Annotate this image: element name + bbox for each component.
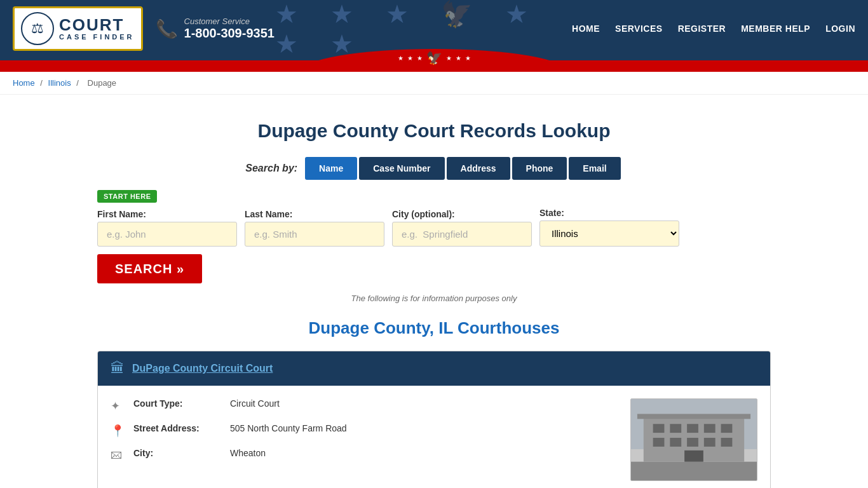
tab-name[interactable]: Name [305,157,357,180]
info-note: The following is for information purpose… [97,294,771,303]
city-input[interactable] [392,222,532,247]
last-name-input[interactable] [245,222,384,247]
breadcrumb-sep-1: / [40,78,44,88]
svg-rect-10 [670,438,681,447]
address-icon: 📍 [111,424,126,438]
court-type-label: Court Type: [133,398,222,409]
logo-case-finder-label: CASE FINDER [59,33,135,41]
nav-register[interactable]: REGISTER [678,24,726,34]
tab-case-number[interactable]: Case Number [359,157,444,180]
header-left: ⚖ COURT CASE FINDER 📞 Customer Service 1… [13,6,275,51]
courthouse-card: 🏛 DuPage County Circuit Court ✦ Court Ty… [97,351,771,488]
court-type-value: Circuit Court [230,398,280,409]
svg-rect-11 [687,438,698,447]
arch-bar: ★ ★ ★ 🦅 ★ ★ ★ [0,60,868,72]
last-name-label: Last Name: [245,209,384,219]
search-form: First Name: Last Name: City (optional): … [97,208,771,283]
breadcrumb-sep-2: / [76,78,81,88]
logo-emblem: ⚖ [21,12,54,45]
city-row: 🖂 City: Wheaton [111,448,618,462]
cs-phone: 1-800-309-9351 [184,26,275,41]
state-label: State: [539,208,679,218]
city-group: City (optional): [392,209,532,247]
city-icon: 🖂 [111,449,126,462]
breadcrumb-illinois[interactable]: Illinois [48,78,71,88]
courthouses-title: Dupage County, IL Courthouses [97,318,771,338]
svg-rect-2 [631,462,757,481]
courthouse-header: 🏛 DuPage County Circuit Court [98,351,770,386]
main-content: Dupage County Court Records Lookup Searc… [85,95,783,488]
first-name-group: First Name: [97,209,237,247]
address-value: 505 North County Farm Road [230,423,347,433]
svg-rect-9 [653,438,665,447]
state-select[interactable]: AlabamaAlaskaArizona ArkansasCaliforniaC… [539,220,679,247]
first-name-input[interactable] [97,222,237,247]
page-title: Dupage County Court Records Lookup [97,120,771,142]
state-group: State: AlabamaAlaskaArizona ArkansasCali… [539,208,679,247]
courthouse-icon: 🏛 [111,360,125,377]
address-label: Street Address: [133,423,222,433]
nav-home[interactable]: HOME [572,24,600,34]
breadcrumb-dupage: Dupage [88,78,117,88]
city-value: Wheaton [230,448,266,458]
nav-services[interactable]: SERVICES [615,24,663,34]
tab-phone[interactable]: Phone [512,157,567,180]
search-by-row: Search by: Name Case Number Address Phon… [97,157,771,180]
courthouse-body: ✦ Court Type: Circuit Court 📍 Street Add… [98,386,770,488]
logo-text: COURT CASE FINDER [59,17,135,41]
svg-rect-14 [684,451,703,462]
court-type-row: ✦ Court Type: Circuit Court [111,398,618,413]
courthouse-photo [630,398,757,481]
svg-rect-15 [637,414,750,419]
svg-rect-4 [653,424,665,433]
city-label: City (optional): [392,209,532,219]
svg-rect-13 [721,438,733,447]
arch-stars: ★ ★ ★ 🦅 ★ ★ ★ [398,50,471,65]
tab-email[interactable]: Email [569,157,620,180]
search-by-label: Search by: [245,163,297,174]
first-name-label: First Name: [97,209,237,219]
customer-service: 📞 Customer Service 1-800-309-9351 [156,17,275,41]
svg-rect-12 [704,438,715,447]
svg-rect-8 [721,424,733,433]
nav-login[interactable]: LOGIN [825,24,855,34]
breadcrumb: Home / Illinois / Dupage [0,72,868,95]
cs-label: Customer Service [184,17,275,26]
city-label: City: [133,448,222,458]
main-nav: HOME SERVICES REGISTER MEMBER HELP LOGIN [572,24,855,34]
logo-court-label: COURT [59,17,135,33]
svg-rect-5 [670,424,681,433]
arch-eagle-icon: 🦅 [426,50,442,65]
courthouse-image [631,398,757,481]
start-here-badge: START HERE [97,190,157,203]
last-name-group: Last Name: [245,209,384,247]
address-row: 📍 Street Address: 505 North County Farm … [111,423,618,438]
tab-address[interactable]: Address [447,157,510,180]
courthouse-name[interactable]: DuPage County Circuit Court [132,363,273,374]
svg-rect-7 [704,424,715,433]
cs-info: Customer Service 1-800-309-9351 [184,17,275,41]
svg-rect-6 [687,424,698,433]
phone-icon: 📞 [156,18,178,39]
logo: ⚖ COURT CASE FINDER [13,6,143,51]
court-type-icon: ✦ [111,399,126,413]
search-button[interactable]: SEARCH » [97,254,202,283]
breadcrumb-home[interactable]: Home [13,78,35,88]
nav-member-help[interactable]: MEMBER HELP [741,24,810,34]
courthouse-info: ✦ Court Type: Circuit Court 📍 Street Add… [111,398,618,472]
